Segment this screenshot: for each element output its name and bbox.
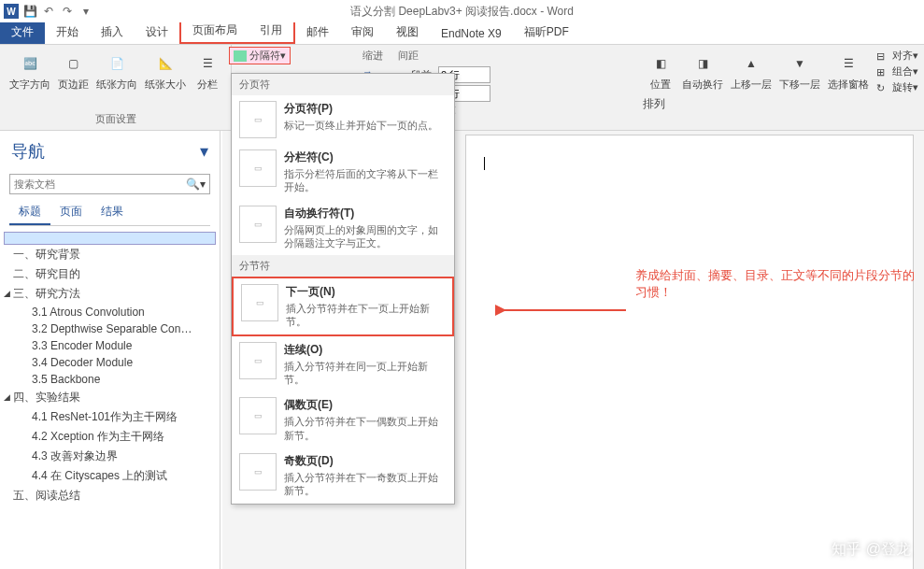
ribbon-tabs: 文件 开始 插入 设计 页面布局 引用 邮件 审阅 视图 EndNote X9 … — [0, 22, 924, 45]
breaks-dropdown: 分页符 ▭分页符(P)标记一页终止并开始下一页的点。▭分栏符(C)指示分栏符后面… — [231, 73, 455, 505]
outline-item[interactable]: 3.3 Encoder Module — [4, 337, 216, 354]
nav-tab-headings[interactable]: 标题 — [9, 200, 50, 225]
menu-item-desc: 标记一页终止并开始下一页的点。 — [284, 119, 438, 132]
menu-item-icon: ▭ — [239, 206, 277, 243]
indent-label: 缩进 — [362, 49, 383, 63]
document-title: 语义分割 DeepLabv3+ 阅读报告.docx - Word — [0, 4, 924, 20]
search-icon[interactable]: 🔍 — [186, 178, 200, 191]
menu-item-name: 自动换行符(T) — [284, 206, 447, 221]
outline-item[interactable]: 3.2 Depthwise Separable Con… — [4, 320, 216, 337]
text-cursor — [484, 157, 485, 170]
wrap-button[interactable]: ◨自动换行 — [678, 49, 727, 96]
breaks-menu-item[interactable]: ▭奇数页(D)插入分节符并在下一奇数页上开始新节。 — [232, 448, 454, 504]
menu-item-icon: ▭ — [239, 149, 277, 187]
outline-item[interactable]: ◢三、研究方法 — [4, 284, 216, 304]
menu-item-icon: ▭ — [241, 284, 278, 321]
outline-item[interactable]: 3.4 Decoder Module — [4, 354, 216, 371]
tab-design[interactable]: 设计 — [135, 21, 179, 44]
breaks-menu-item[interactable]: ▭自动换行符(T)分隔网页上的对象周围的文字，如分隔题注文字与正文。 — [232, 200, 454, 256]
navigation-pane: 导航 ▾ 🔍 ▾ 标题 页面 结果 一、研究背景二、研究目的◢三、研究方法3.1… — [0, 131, 220, 569]
tab-view[interactable]: 视图 — [385, 21, 430, 44]
margins-button[interactable]: ▢页边距 — [54, 49, 92, 110]
outline-item[interactable]: 4.1 ResNet-101作为主干网络 — [4, 407, 216, 427]
menu-item-icon: ▭ — [239, 397, 277, 434]
menu-item-desc: 插入分节符并在下一偶数页上开始新节。 — [284, 415, 447, 442]
breaks-menu-item[interactable]: ▭分页符(P)标记一页终止并开始下一页的点。 — [232, 95, 454, 144]
menu-item-name: 分栏符(C) — [284, 149, 447, 165]
outline-item[interactable]: ◢四、实验结果 — [4, 388, 216, 407]
breaks-menu-item[interactable]: ▭偶数页(E)插入分节符并在下一偶数页上开始新节。 — [232, 391, 454, 448]
dropdown-section-page-breaks: 分页符 — [232, 74, 454, 95]
outline-item[interactable]: 3.1 Atrous Convolution — [4, 304, 216, 320]
annotation-text: 养成给封面、摘要、目录、正文等不同的片段分节的习惯！ — [635, 267, 924, 301]
menu-item-desc: 插入分节符并在同一页上开始新节。 — [284, 360, 447, 387]
menu-item-desc: 分隔网页上的对象周围的文字，如分隔题注文字与正文。 — [284, 223, 447, 250]
breaks-button[interactable]: 分隔符 ▾ — [229, 47, 291, 64]
outline-tree: 一、研究背景二、研究目的◢三、研究方法3.1 Atrous Convolutio… — [0, 226, 220, 511]
nav-tab-pages[interactable]: 页面 — [50, 200, 92, 225]
outline-item[interactable]: 4.2 Xception 作为主干网络 — [4, 427, 216, 447]
outline-item[interactable]: 一、研究背景 — [4, 245, 216, 264]
outline-item-selected[interactable] — [4, 232, 216, 245]
nav-title: 导航 — [11, 140, 45, 163]
group-page-setup: 🔤文字方向 ▢页边距 📄纸张方向 📐纸张大小 ☰分栏 页面设置 — [0, 45, 232, 130]
menu-item-name: 下一页(N) — [286, 284, 445, 300]
menu-item-name: 偶数页(E) — [284, 397, 447, 413]
tab-home[interactable]: 开始 — [45, 21, 90, 44]
menu-item-desc: 插入分节符并在下一页上开始新节。 — [286, 302, 445, 329]
menu-item-icon: ▭ — [239, 101, 277, 138]
text-direction-button[interactable]: 🔤文字方向 — [6, 49, 54, 110]
tab-mailings[interactable]: 邮件 — [295, 21, 340, 44]
send-backward-button[interactable]: ▼下移一层 — [775, 49, 824, 96]
nav-search[interactable]: 🔍 ▾ — [9, 174, 210, 194]
menu-item-desc: 指示分栏符后面的文字将从下一栏开始。 — [284, 167, 447, 194]
breaks-icon — [234, 50, 247, 62]
search-dropdown-icon[interactable]: ▾ — [200, 178, 206, 191]
spacing-label: 间距 — [398, 49, 490, 63]
document-page[interactable] — [465, 135, 914, 569]
align-button[interactable]: ⊟对齐 ▾ — [876, 49, 918, 63]
menu-item-icon: ▭ — [239, 453, 277, 491]
outline-item[interactable]: 3.5 Backbone — [4, 371, 216, 388]
outline-item[interactable]: 五、阅读总结 — [4, 486, 216, 505]
breaks-menu-item[interactable]: ▭下一页(N)插入分节符并在下一页上开始新节。 — [232, 277, 454, 336]
position-button[interactable]: ◧位置 — [643, 49, 678, 96]
menu-item-icon: ▭ — [239, 342, 277, 379]
tab-review[interactable]: 审阅 — [340, 21, 385, 44]
nav-dropdown-icon[interactable]: ▾ — [200, 141, 208, 162]
tab-file[interactable]: 文件 — [0, 21, 45, 44]
selection-pane-button[interactable]: ☰选择窗格 — [824, 49, 873, 96]
rotate-button[interactable]: ↻旋转 ▾ — [876, 80, 918, 94]
title-bar: W 💾 ↶ ↷ ▾ 语义分割 DeepLabv3+ 阅读报告.docx - Wo… — [0, 0, 924, 22]
nav-tab-results[interactable]: 结果 — [92, 200, 133, 225]
watermark: 知乎 @登龙 — [832, 540, 911, 560]
chevron-down-icon: ▾ — [280, 50, 286, 62]
orientation-button[interactable]: 📄纸张方向 — [92, 49, 141, 110]
group-arrange: ◧位置 ◨自动换行 ▲上移一层 ▼下移一层 ☰选择窗格 ⊟对齐 ▾ ⊞组合 ▾ … — [637, 45, 924, 116]
outline-item[interactable]: 4.4 在 Cityscapes 上的测试 — [4, 466, 216, 486]
tab-insert[interactable]: 插入 — [90, 21, 135, 44]
bring-forward-button[interactable]: ▲上移一层 — [727, 49, 775, 96]
ribbon: 🔤文字方向 ▢页边距 📄纸张方向 📐纸张大小 ☰分栏 页面设置 分隔符 ▾ 缩进… — [0, 45, 924, 131]
breaks-menu-item[interactable]: ▭分栏符(C)指示分栏符后面的文字将从下一栏开始。 — [232, 144, 454, 200]
menu-item-name: 分页符(P) — [284, 101, 438, 117]
group-button[interactable]: ⊞组合 ▾ — [876, 64, 918, 78]
menu-item-name: 连续(O) — [284, 342, 447, 358]
breaks-label: 分隔符 — [249, 49, 280, 63]
tab-endnote[interactable]: EndNote X9 — [430, 23, 513, 44]
group-label-pagesetup: 页面设置 — [6, 110, 225, 126]
menu-item-name: 奇数页(D) — [284, 453, 447, 469]
menu-item-desc: 插入分节符并在下一奇数页上开始新节。 — [284, 471, 447, 498]
size-button[interactable]: 📐纸张大小 — [141, 49, 190, 110]
breaks-menu-item[interactable]: ▭连续(O)插入分节符并在同一页上开始新节。 — [232, 336, 454, 392]
tab-foxit[interactable]: 福昕PDF — [513, 21, 580, 44]
nav-search-input[interactable] — [14, 178, 186, 190]
outline-item[interactable]: 二、研究目的 — [4, 264, 216, 284]
columns-button[interactable]: ☰分栏 — [190, 49, 225, 110]
outline-item[interactable]: 4.3 改善对象边界 — [4, 447, 216, 466]
group-label-arrange: 排列 — [643, 96, 918, 112]
dropdown-section-section-breaks: 分节符 — [232, 255, 454, 277]
annotation-arrow — [495, 301, 626, 320]
